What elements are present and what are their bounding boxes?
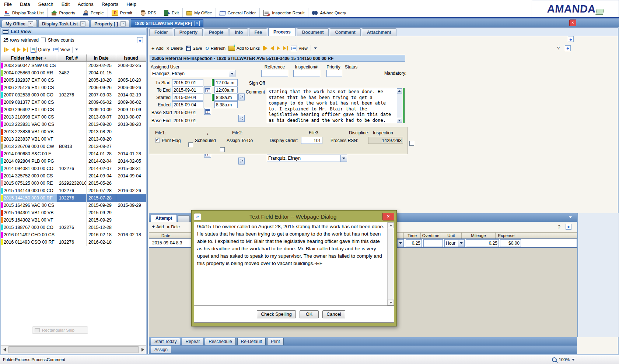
attempt-overtime-input[interactable] [423,239,443,247]
attempt-unit-select[interactable]: Hour [444,239,465,247]
view-button[interactable]: View [291,46,308,51]
close-icon[interactable]: × [80,21,85,26]
comment-textarea[interactable]: stating that the work has not been done.… [267,88,402,123]
table-row[interactable]: 2003 260047 SNW 00 CS 2003-02-25 2003-02… [1,62,146,69]
table-row[interactable]: 2009 296492 EXT 00 CS 2009-10-09 2009-10… [1,106,146,113]
check-spelling-button[interactable]: Check Spelling [257,310,296,318]
expand-icon[interactable] [566,224,571,230]
window-tab[interactable]: Display Task List × [38,20,89,27]
expand-icon[interactable] [568,36,574,42]
table-row[interactable]: 2014 094081 000 00 CO 102276 2014-02-07 … [1,165,146,172]
add-to-links-button[interactable]: Add to Links [228,46,260,51]
save-button[interactable]: Save [186,46,202,51]
toolbar-button[interactable]: Exit [160,8,182,17]
menu-item[interactable]: Data [16,1,34,8]
table-row[interactable]: 2009 081377 EXT 00 CS 2009-06-02 2009-06… [1,99,146,106]
window-tab[interactable]: 1820 STILLWATER AVE[RF] × [131,19,203,27]
table-row[interactable]: 2015 164296 VAC 00 CS 2015-09-29 2015-09… [1,202,146,209]
scheduled-checkbox[interactable] [188,142,193,147]
list-menu-icon[interactable] [3,29,8,34]
toolbar-button[interactable]: My Office [182,8,216,17]
column-header-mileage[interactable]: Mileage [462,233,496,238]
last-record-button[interactable] [283,46,288,50]
scroll-down-icon[interactable] [388,300,394,305]
menu-item[interactable]: File [0,1,16,8]
reference-input[interactable] [261,70,288,77]
table-row[interactable]: 2015 075125 000 00 RE 262922320104 2015-… [1,180,146,187]
cancel-button[interactable]: Cancel [322,310,345,318]
dialog-scrollbar[interactable] [387,222,394,305]
toolbar-button[interactable]: General Folder [216,8,259,17]
help-icon[interactable]: ? [557,46,560,51]
close-icon[interactable]: × [120,21,126,26]
close-icon[interactable]: × [195,21,200,26]
table-row[interactable]: 2005 182837 EXT 00 CS 2005-10-20 2005-10… [1,77,146,84]
zoom-dropdown-arrow[interactable] [572,359,575,361]
column-header-issued[interactable]: Issued [116,54,146,62]
toolbar-button[interactable]: Inspection Result [259,8,308,17]
print-flag-checkbox[interactable] [155,138,160,142]
show-counts-checkbox[interactable] [41,38,46,42]
table-row[interactable]: 2016 011493 CSO 00 RF 102276 2016-02-18 [1,238,146,246]
ok-button[interactable]: OK [300,310,319,318]
column-header-overtime[interactable]: Overtime [421,233,441,238]
scroll-up-icon[interactable] [397,88,402,93]
detail-tab[interactable]: Comment [330,28,360,36]
column-header-indate[interactable]: In Date [87,54,116,62]
next-page-button[interactable] [17,47,21,52]
dialog-title-bar[interactable]: e Text Field Editor -- Webpage Dialog × [194,212,394,221]
toolbar-button[interactable]: People [79,8,108,17]
assigned-user-select[interactable]: Franquiz, Efrayn [151,70,235,77]
detail-tab[interactable]: Attachment [362,28,396,36]
attempt-mileage-input[interactable]: 0.25 [466,239,499,247]
menu-item[interactable]: Edit [57,1,74,8]
horizontal-scrollbar[interactable] [1,345,146,354]
to-start-date-input[interactable]: 2015-09-01 [172,79,203,86]
expand-icon[interactable] [137,37,143,43]
menu-item[interactable]: Search [34,1,57,8]
menu-item[interactable]: Reports [98,1,123,8]
scroll-right-icon[interactable] [139,346,146,354]
column-header-time[interactable]: Time [404,233,421,238]
toolbar-button[interactable]: Ad-hoc Query [308,8,350,17]
table-row[interactable]: 2013 223836 VB1 00 VB 2013-08-20 [1,128,146,135]
detail-tab[interactable]: Property [174,28,203,36]
to-start-time-input[interactable]: 12:00a.m [214,79,238,86]
action-button[interactable]: Reschedule [205,338,235,345]
column-header-unit[interactable]: Unit [441,233,462,238]
priority-input[interactable] [326,70,342,77]
column-header-expense[interactable]: Expense [496,233,517,238]
tab-attempt[interactable]: Attempt [151,214,177,222]
sign-off-select[interactable]: Franquiz, Efrayn [267,155,347,162]
table-row[interactable]: 2014 325752 000 00 CS 2014-09-04 2014-09… [1,172,146,180]
view-dropdown-arrow[interactable] [314,47,317,49]
add-button[interactable]: +Add [152,224,164,229]
first-page-button[interactable] [4,47,9,52]
action-button[interactable]: Repeat [182,338,203,345]
add-button[interactable]: +Add [151,46,164,51]
scroll-left-icon[interactable] [1,346,8,354]
time-picker-icon[interactable] [238,115,245,122]
tabs-dropdown-arrow[interactable] [569,216,572,218]
action-button[interactable]: Start Today [151,338,180,345]
detail-tab[interactable]: Process [268,28,296,36]
ended-date-input[interactable]: 2015-09-04 [172,101,203,108]
table-row[interactable]: 2015 164301 VB1 00 VB 2015-09-29 [1,209,146,216]
query-button[interactable]: Query [31,47,50,53]
menu-item[interactable]: Actions [74,1,98,8]
table-row[interactable]: 2013 223831 VAC 00 CS 2013-08-20 2013-08… [1,121,146,128]
column-header-ref[interactable]: Ref. # [57,54,87,62]
table-row[interactable]: 2004 025863 000 00 RR 3482 2004-01-15 [1,69,146,77]
hidden-tab[interactable] [178,215,190,222]
action-button[interactable]: Re-Default [237,338,266,345]
inspection-input[interactable] [293,70,320,77]
delete-button[interactable]: ×Dele [167,225,180,229]
table-row[interactable]: 2007 032538 000 00 CO 102276 2007-03-03 … [1,91,146,99]
assign-button[interactable]: Assign [151,346,171,353]
table-row[interactable]: 2015 144150 000 00 RF 102276 2015-07-28 [1,194,146,202]
toolbar-button[interactable]: Property [47,8,78,17]
view-dropdown-arrow[interactable] [75,49,78,50]
first-record-button[interactable] [263,46,267,50]
action-button[interactable]: Print [267,338,284,345]
view-button[interactable]: View [53,47,70,52]
